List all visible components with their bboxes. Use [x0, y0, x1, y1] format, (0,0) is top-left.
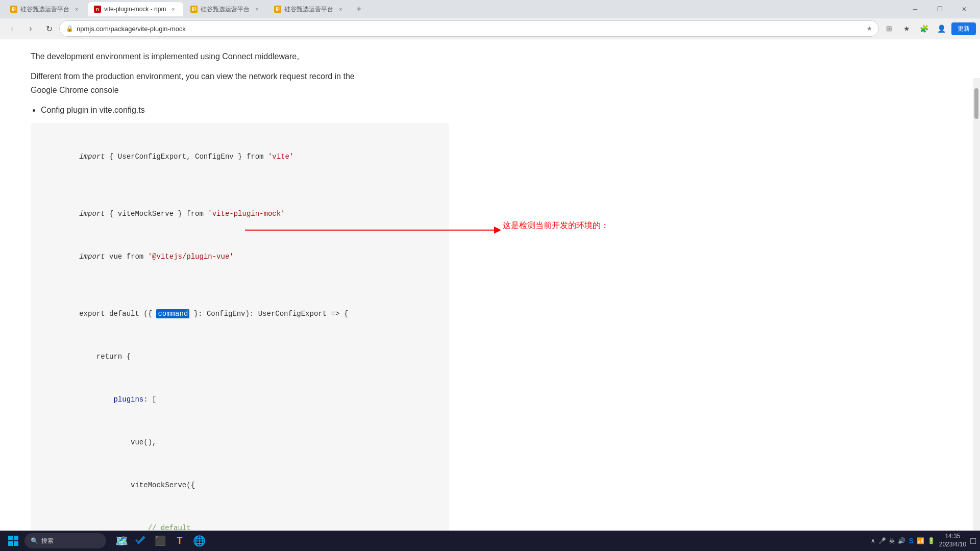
clock[interactable]: 14:35 2023/4/10	[939, 533, 966, 548]
tray-network-icon[interactable]: 📶	[917, 537, 924, 544]
description-para2-line1: Different from the production environmen…	[31, 72, 355, 81]
taskbar-search-text: 搜索	[41, 537, 54, 545]
code-line-9: vue(),	[45, 421, 435, 464]
bookmark-button[interactable]: ★	[898, 20, 915, 37]
tray-chevron[interactable]: ∧	[871, 537, 875, 544]
code-block: import { UserConfigExport, ConfigEnv } f…	[31, 123, 449, 531]
tab-3-favicon: 硅	[190, 6, 198, 13]
start-button[interactable]	[4, 532, 22, 550]
tab-4-favicon: 硅	[274, 6, 281, 13]
taskbar-right: ∧ 🎤 英 🔊 S 📶 🔋 14:35 2023/4/10 □	[871, 533, 976, 548]
restore-button[interactable]: ❐	[928, 0, 951, 18]
svg-rect-2	[8, 541, 13, 546]
code-line-7: return {	[45, 335, 435, 378]
scrollbar-thumb[interactable]	[974, 88, 978, 119]
tab-1-close[interactable]: ×	[72, 5, 81, 13]
window-controls: ─ ❐ ✕	[903, 0, 976, 18]
tray-keyboard-icon: 英	[889, 537, 895, 545]
toolbar-icons: ⊞ ★ 🧩 👤	[881, 20, 949, 37]
system-tray: ∧ 🎤 英 🔊 S 📶 🔋	[871, 537, 935, 545]
tab-4-close[interactable]: ×	[336, 5, 345, 13]
tab-2-favicon: n	[94, 6, 101, 13]
tray-show-desktop[interactable]: □	[970, 536, 976, 546]
code-line-3: import { viteMockServe } from 'vite-plug…	[45, 192, 435, 235]
annotation-text: 这是检测当前开发的环境的：	[503, 220, 609, 231]
tab-1-favicon: 硅	[10, 6, 17, 13]
page-container: The development environment is implement…	[0, 39, 980, 531]
bullet-list: Config plugin in vite.config.ts	[41, 106, 949, 115]
tab-1[interactable]: 硅 硅谷甄选运营平台 ×	[4, 2, 87, 16]
url-bar[interactable]: 🔒 npmjs.com/package/vite-plugin-mock ★	[59, 20, 879, 37]
tab-2-close[interactable]: ×	[169, 5, 177, 13]
tab-4-title: 硅谷甄选运营平台	[284, 5, 333, 14]
code-line-6: export default ({ command }: ConfigEnv):…	[45, 292, 435, 335]
taskbar: 🔍 搜索 🗺️ ⬛ T 🌐 ∧ 🎤 英 🔊 S 📶 🔋 1	[0, 531, 980, 551]
tab-2-title: vite-plugin-mock - npm	[104, 6, 166, 13]
annotation-arrow-head	[494, 227, 501, 234]
tab-3-close[interactable]: ×	[253, 5, 261, 13]
code-line-blank1	[45, 178, 435, 192]
svg-rect-3	[14, 541, 18, 546]
taskbar-search[interactable]: 🔍 搜索	[24, 533, 106, 548]
tab-2[interactable]: n vite-plugin-mock - npm ×	[88, 2, 183, 16]
update-button[interactable]: 更新	[951, 22, 976, 35]
tray-battery-icon[interactable]: 🔋	[927, 537, 935, 544]
url-text: npmjs.com/package/vite-plugin-mock	[77, 25, 864, 33]
tray-s-icon: S	[909, 537, 913, 545]
maps-app-button[interactable]: 🗺️	[112, 532, 131, 550]
highlighted-command: command	[156, 309, 189, 318]
description-para2: Different from the production environmen…	[31, 69, 949, 97]
tab-bar: 硅 硅谷甄选运营平台 × n vite-plugin-mock - npm × …	[0, 0, 980, 18]
scrollbar[interactable]	[973, 78, 980, 551]
page-content: The development environment is implement…	[0, 39, 980, 531]
description-para1: The development environment is implement…	[31, 49, 949, 63]
code-line-1: import { UserConfigExport, ConfigEnv } f…	[45, 135, 435, 178]
code-line-blank2	[45, 278, 435, 292]
extensions-button[interactable]: ⊞	[881, 20, 897, 37]
taskbar-search-icon: 🔍	[31, 537, 38, 544]
puzzle-icon-button[interactable]: 🧩	[916, 20, 932, 37]
tab-1-title: 硅谷甄选运营平台	[20, 5, 69, 14]
back-button[interactable]: ‹	[4, 20, 20, 37]
new-tab-button[interactable]: +	[352, 2, 366, 16]
clock-date: 2023/4/10	[939, 541, 966, 549]
vscode-icon	[135, 535, 146, 546]
tab-4[interactable]: 硅 硅谷甄选运营平台 ×	[268, 2, 351, 16]
code-line-4: import vue from '@vitejs/plugin-vue'	[45, 235, 435, 278]
tab-3-title: 硅谷甄选运营平台	[201, 5, 250, 14]
vscode-app-button[interactable]	[132, 532, 150, 550]
user-button[interactable]: 👤	[933, 20, 949, 37]
minimize-button[interactable]: ─	[903, 0, 927, 18]
refresh-button[interactable]: ↻	[41, 20, 57, 37]
close-button[interactable]: ✕	[952, 0, 976, 18]
forward-button[interactable]: ›	[22, 20, 39, 37]
tab-3[interactable]: 硅 硅谷甄选运营平台 ×	[184, 2, 267, 16]
t-app-button[interactable]: T	[170, 532, 189, 550]
code-line-10: viteMockServe({	[45, 464, 435, 507]
tray-sound-icon[interactable]: 🔊	[898, 537, 905, 544]
bullet-item-1: Config plugin in vite.config.ts	[41, 106, 949, 115]
windows-logo-icon	[8, 536, 18, 546]
clock-time: 14:35	[939, 533, 966, 541]
svg-rect-0	[8, 536, 13, 540]
taskbar-apps: 🗺️ ⬛ T 🌐	[112, 532, 208, 550]
terminal-app-button[interactable]: ⬛	[151, 532, 169, 550]
svg-rect-1	[14, 536, 18, 540]
chrome-app-button[interactable]: 🌐	[190, 532, 208, 550]
code-line-8: plugins: [	[45, 378, 435, 421]
code-line-11: // default	[45, 507, 435, 531]
annotation-arrow-line	[245, 230, 495, 231]
description-para2-line2: Google Chrome console	[31, 86, 119, 94]
tray-mic-icon[interactable]: 🎤	[878, 537, 886, 544]
address-bar: ‹ › ↻ 🔒 npmjs.com/package/vite-plugin-mo…	[0, 18, 980, 39]
